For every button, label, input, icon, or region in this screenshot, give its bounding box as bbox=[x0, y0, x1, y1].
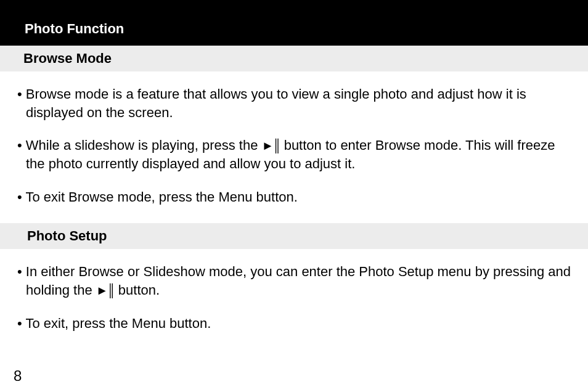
bullet-text-pre: • While a slideshow is playing, press th… bbox=[17, 137, 262, 153]
play-pause-icon: ►║ bbox=[96, 284, 115, 297]
page-header: Photo Function bbox=[0, 0, 588, 46]
bullet-text-pre: • To exit Browse mode, press the Menu bu… bbox=[17, 189, 298, 205]
section-title: Browse Mode bbox=[23, 51, 112, 66]
play-pause-icon: ►║ bbox=[262, 139, 280, 152]
bullet-item: • Browse mode is a feature that allows y… bbox=[17, 85, 571, 121]
bullet-item: • To exit, press the Menu button. bbox=[17, 314, 571, 333]
bullet-item: • To exit Browse mode, press the Menu bu… bbox=[17, 188, 571, 206]
browse-mode-content: • Browse mode is a feature that allows y… bbox=[0, 71, 588, 223]
bullet-item: • While a slideshow is playing, press th… bbox=[17, 136, 571, 173]
section-photo-setup: Photo Setup bbox=[0, 223, 588, 249]
section-browse-mode: Browse Mode bbox=[0, 46, 588, 71]
section-title: Photo Setup bbox=[27, 228, 107, 243]
bullet-item: • In either Browse or Slideshow mode, yo… bbox=[17, 263, 571, 299]
page-title: Photo Function bbox=[25, 21, 124, 36]
page-number: 8 bbox=[14, 367, 22, 385]
photo-setup-content: • In either Browse or Slideshow mode, yo… bbox=[0, 249, 588, 349]
bullet-text-pre: • To exit, press the Menu button. bbox=[17, 316, 211, 331]
bullet-text-pre: • Browse mode is a feature that allows y… bbox=[17, 86, 526, 120]
bullet-text-post: button. bbox=[115, 282, 160, 298]
